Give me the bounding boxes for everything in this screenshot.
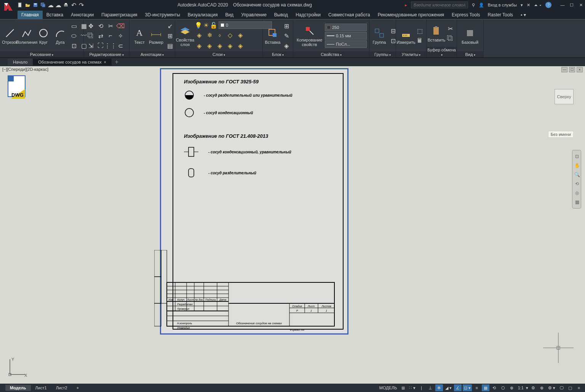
status-annoscale-icon[interactable]: ⊕: [538, 384, 546, 391]
status-osnap-icon[interactable]: ⊡ ▾: [463, 384, 472, 391]
status-lw-icon[interactable]: ≡: [473, 384, 481, 391]
tab-output[interactable]: Вывод: [270, 11, 292, 19]
ellipse-icon[interactable]: ⬭: [69, 31, 78, 40]
mirror-icon[interactable]: ⇄: [96, 31, 105, 40]
insert-button[interactable]: Вставка: [265, 26, 280, 45]
copy-icon[interactable]: ⿻: [86, 31, 95, 40]
user-icon[interactable]: 👤: [479, 3, 484, 8]
group-button[interactable]: Группа: [372, 26, 387, 45]
tab-close-icon[interactable]: ×: [104, 60, 106, 64]
layer-match-icon[interactable]: ◈: [236, 30, 245, 40]
tab-recommend[interactable]: Рекомендованные приложения: [374, 11, 448, 19]
calc-icon[interactable]: 🖩: [415, 36, 424, 45]
matchprops-button[interactable]: Копирование свойств: [296, 24, 323, 48]
mtext-icon[interactable]: ▤: [165, 41, 174, 50]
status-custom-icon[interactable]: ≡: [575, 384, 583, 391]
exchange-icon[interactable]: ✕: [527, 3, 530, 8]
infocenter-icon[interactable]: ▸: [405, 3, 407, 8]
tab-viz[interactable]: Визуализация: [184, 11, 222, 19]
move-icon[interactable]: ✥: [86, 21, 95, 30]
layer-off-icon[interactable]: ⬨: [215, 30, 224, 40]
layer-sun-icon[interactable]: ☀: [203, 22, 209, 29]
tab-raster[interactable]: Raster Tools: [484, 11, 517, 19]
circle-button[interactable]: Круг: [36, 26, 51, 45]
cloud-icon[interactable]: ☁: [47, 2, 54, 8]
color-combo[interactable]: 250: [325, 24, 367, 31]
viewcube[interactable]: Сверху: [555, 89, 574, 104]
arc-button[interactable]: Дуга: [53, 26, 68, 45]
fillet-icon[interactable]: ⌐: [106, 31, 115, 40]
cut-icon[interactable]: ✂: [446, 24, 455, 33]
open-icon[interactable]: [24, 2, 31, 8]
table-icon[interactable]: ⊞: [165, 31, 174, 40]
layer-prev-icon[interactable]: ◈: [195, 41, 204, 50]
status-cycle-icon[interactable]: ⟲: [491, 384, 498, 391]
status-monitor-icon[interactable]: 🖵: [558, 384, 565, 391]
viewport-label[interactable]: [−][Спереди][2D-каркас]: [2, 67, 48, 72]
status-polar-icon[interactable]: ✻: [435, 384, 443, 391]
layer-state-icon[interactable]: ◈: [205, 41, 214, 50]
viewport[interactable]: [−][Спереди][2D-каркас] — ☐ × Сверху Без…: [0, 66, 585, 384]
tab-layout1[interactable]: Лист1: [31, 385, 51, 391]
status-trans-icon[interactable]: ▦: [482, 384, 489, 391]
layer-make-icon[interactable]: ◇: [225, 30, 235, 40]
status-ortho-icon[interactable]: ⊥: [427, 384, 434, 391]
tab-home[interactable]: Главная: [18, 11, 43, 19]
tab-express[interactable]: Express Tools: [448, 11, 484, 19]
status-ws-icon[interactable]: ⚙ ▾: [547, 384, 556, 391]
base-button[interactable]: Базовый: [459, 26, 481, 45]
stretch-icon[interactable]: ⇲: [86, 41, 95, 50]
dim-button[interactable]: Размер: [149, 26, 164, 45]
trim-icon[interactable]: ✂: [106, 21, 115, 30]
pline-button[interactable]: Полилиния: [19, 26, 34, 45]
nav-show-icon[interactable]: ▦: [572, 198, 582, 207]
close-icon[interactable]: ✕: [578, 2, 583, 8]
search-icon[interactable]: ⚲: [472, 3, 475, 8]
status-dyn-icon[interactable]: ⊕: [508, 384, 516, 391]
tab-insert[interactable]: Вставка: [43, 11, 67, 19]
nav-zoom-icon[interactable]: 🔍: [572, 170, 582, 179]
leader-icon[interactable]: ↙: [165, 21, 174, 30]
plot-icon[interactable]: [62, 2, 69, 8]
tab-extra[interactable]: ▪ ▾: [517, 11, 530, 19]
measure-button[interactable]: Измерить: [398, 26, 414, 45]
panel-clip[interactable]: Буфер обмена: [427, 47, 457, 57]
maximize-icon[interactable]: ☐: [569, 2, 574, 8]
panel-utils[interactable]: Утилиты: [396, 51, 426, 57]
tab-start[interactable]: Начало: [8, 59, 33, 65]
status-snap-icon[interactable]: ∷ ▾: [408, 384, 416, 391]
vp-close-icon[interactable]: ×: [577, 67, 583, 72]
panel-view[interactable]: Вид: [457, 51, 483, 57]
panel-modify[interactable]: Редактирование: [84, 51, 129, 57]
panel-annot[interactable]: Аннотации: [129, 51, 175, 57]
copy-clip-icon[interactable]: ⿻: [446, 34, 455, 43]
save-icon[interactable]: [32, 2, 39, 8]
offset-icon[interactable]: ⊂: [116, 41, 125, 50]
nav-full-icon[interactable]: ⊡: [572, 152, 582, 161]
linetype-combo[interactable]: ПоСл...: [325, 40, 367, 48]
status-3dosnap-icon[interactable]: ⬡: [499, 384, 507, 391]
layer-iso-icon[interactable]: ◈: [195, 30, 204, 40]
a-icon[interactable]: ⏶ ▾: [534, 3, 542, 7]
vp-minimize-icon[interactable]: —: [561, 67, 567, 72]
help-icon[interactable]: ?: [545, 2, 551, 8]
explode-icon[interactable]: ✧: [116, 31, 125, 40]
create-block-icon[interactable]: ⊞: [282, 21, 291, 30]
layer-walk-icon[interactable]: ◈: [215, 41, 224, 50]
layer-freeze-icon[interactable]: ❄: [205, 30, 214, 40]
point-icon[interactable]: ⊡: [69, 41, 78, 50]
lineweight-combo[interactable]: 0.15 мм: [325, 32, 367, 40]
attr-icon[interactable]: ◈: [282, 41, 291, 50]
layer-lock-icon[interactable]: 🔓: [210, 22, 217, 29]
paste-button[interactable]: Вставить: [429, 24, 444, 43]
tab-view[interactable]: Вид: [221, 11, 237, 19]
nav-pan-icon[interactable]: ✋: [572, 161, 582, 170]
app-logo[interactable]: [2, 0, 15, 13]
status-otrack-icon[interactable]: ∠: [454, 384, 462, 391]
cloud2-icon[interactable]: ☁: [55, 2, 62, 8]
vp-maximize-icon[interactable]: ☐: [569, 67, 575, 72]
panel-groups[interactable]: Группы: [369, 51, 396, 57]
add-tab-icon[interactable]: +: [113, 58, 121, 66]
new-icon[interactable]: [17, 2, 24, 8]
tab-add-layout[interactable]: +: [72, 385, 83, 391]
